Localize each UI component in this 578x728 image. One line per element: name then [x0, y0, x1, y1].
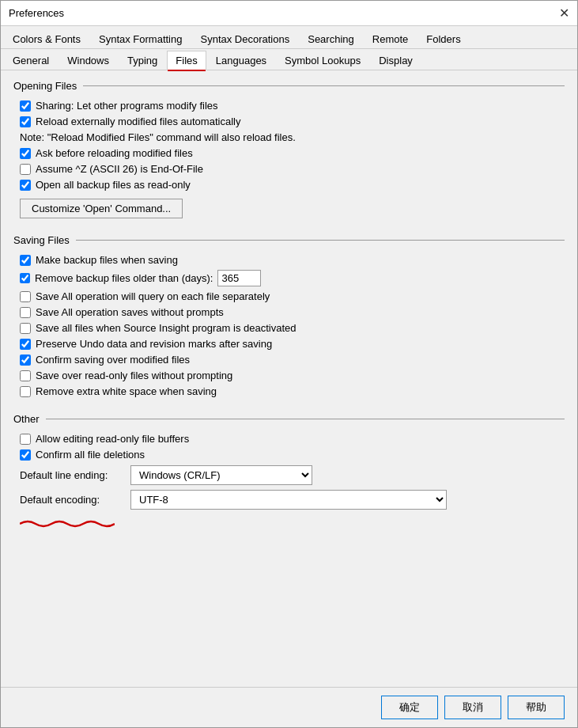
- tab-remote[interactable]: Remote: [364, 29, 417, 48]
- checkbox-saveall-noprompt-input[interactable]: [20, 307, 31, 318]
- checkbox-make-backup-label: Make backup files when saving: [36, 254, 178, 266]
- checkbox-remove-backup-label: Remove backup files older than (days):: [35, 272, 213, 284]
- days-input[interactable]: [217, 270, 261, 286]
- dialog-footer: 确定 取消 帮助: [1, 687, 577, 727]
- tab-row-2: General Windows Typing Files Languages S…: [1, 49, 577, 70]
- checkbox-reload-external-input[interactable]: [20, 116, 31, 127]
- checkbox-reload-external-label: Reload externally modified files automat…: [36, 116, 240, 127]
- checkbox-remove-backup-input[interactable]: [20, 273, 30, 283]
- checkbox-remove-whitespace: Remove extra white space when saving: [20, 385, 565, 397]
- section-divider-other: [46, 419, 565, 419]
- line-ending-label: Default line ending:: [20, 469, 123, 481]
- tab-general[interactable]: General: [4, 51, 58, 70]
- checkbox-save-readonly-input[interactable]: [20, 370, 31, 381]
- cancel-button[interactable]: 取消: [444, 696, 501, 719]
- checkbox-saveall-query-label: Save All operation will query on each fi…: [36, 290, 270, 302]
- customize-open-button-row: Customize 'Open' Command...: [20, 199, 565, 218]
- tab-folders[interactable]: Folders: [417, 29, 469, 48]
- checkbox-save-readonly: Save over read-only files without prompt…: [20, 370, 565, 381]
- checkbox-ask-reload-label: Ask before reloading modified files: [36, 147, 193, 159]
- squiggle-svg: [20, 518, 115, 530]
- checkbox-ask-reload-input[interactable]: [20, 148, 31, 159]
- section-saving-files: Saving Files Make backup files when savi…: [13, 234, 565, 397]
- checkbox-backup-readonly: Open all backup files as read-only: [20, 179, 565, 191]
- customize-open-button[interactable]: Customize 'Open' Command...: [20, 199, 183, 218]
- checkbox-save-deactivated-label: Save all files when Source Insight progr…: [36, 322, 297, 334]
- section-title-other: Other: [13, 413, 40, 425]
- checkbox-make-backup: Make backup files when saving: [20, 254, 565, 266]
- title-bar: Preferences ✕: [1, 1, 577, 26]
- checkbox-preserve-undo: Preserve Undo data and revision marks af…: [20, 338, 565, 350]
- section-divider-opening: [83, 85, 565, 86]
- checkbox-saveall-noprompt: Save All operation saves without prompts: [20, 306, 565, 318]
- checkbox-preserve-undo-label: Preserve Undo data and revision marks af…: [36, 338, 272, 350]
- help-button[interactable]: 帮助: [508, 696, 565, 719]
- checkbox-allow-editing-label: Allow editing read-only file buffers: [36, 433, 189, 445]
- checkbox-confirm-modified-input[interactable]: [20, 355, 31, 366]
- section-title-saving: Saving Files: [13, 234, 70, 246]
- checkbox-confirm-modified: Confirm saving over modified files: [20, 354, 565, 366]
- checkbox-sharing: Sharing: Let other programs modify files: [20, 100, 565, 112]
- tab-languages[interactable]: Languages: [207, 51, 275, 70]
- section-divider-saving: [76, 240, 565, 241]
- section-title-opening: Opening Files: [13, 80, 77, 92]
- checkbox-reload-external: Reload externally modified files automat…: [20, 116, 565, 127]
- preferences-window: Preferences ✕ Colors & Fonts Syntax Form…: [0, 0, 578, 728]
- tab-typing[interactable]: Typing: [119, 51, 166, 70]
- checkbox-remove-whitespace-input[interactable]: [20, 386, 31, 397]
- section-header-other: Other: [13, 413, 565, 425]
- checkbox-make-backup-input[interactable]: [20, 255, 31, 266]
- ok-button[interactable]: 确定: [381, 696, 438, 719]
- close-button[interactable]: ✕: [559, 7, 569, 20]
- window-title: Preferences: [9, 7, 64, 19]
- field-encoding: Default encoding: UTF-8 UTF-16 ANSI: [20, 490, 565, 510]
- field-line-ending: Default line ending: Windows (CR/LF) Uni…: [20, 465, 565, 485]
- checkbox-remove-backup: Remove backup files older than (days):: [20, 270, 565, 286]
- checkbox-confirm-deletions-label: Confirm all file deletions: [36, 449, 145, 461]
- checkbox-confirm-deletions-input[interactable]: [20, 449, 31, 461]
- checkbox-allow-editing-input[interactable]: [20, 434, 31, 445]
- checkbox-save-readonly-label: Save over read-only files without prompt…: [36, 370, 232, 381]
- tab-symbol-lookups[interactable]: Symbol Lookups: [276, 51, 369, 70]
- checkbox-save-deactivated: Save all files when Source Insight progr…: [20, 322, 565, 334]
- checkbox-allow-editing: Allow editing read-only file buffers: [20, 433, 565, 445]
- squiggle-decoration: [20, 518, 565, 533]
- section-opening-files: Opening Files Sharing: Let other program…: [13, 80, 565, 218]
- main-content: Opening Files Sharing: Let other program…: [1, 70, 577, 687]
- checkbox-backup-readonly-input[interactable]: [20, 180, 31, 191]
- section-header-saving: Saving Files: [13, 234, 565, 246]
- checkbox-saveall-noprompt-label: Save All operation saves without prompts: [36, 306, 224, 318]
- tab-display[interactable]: Display: [370, 51, 421, 70]
- checkbox-saveall-query-input[interactable]: [20, 291, 31, 302]
- checkbox-save-deactivated-input[interactable]: [20, 323, 31, 334]
- encoding-label: Default encoding:: [20, 494, 123, 506]
- tab-syntax-decorations[interactable]: Syntax Decorations: [191, 29, 298, 48]
- tab-files[interactable]: Files: [167, 51, 206, 70]
- checkbox-confirm-deletions: Confirm all file deletions: [20, 449, 565, 461]
- checkbox-sharing-label: Sharing: Let other programs modify files: [36, 100, 218, 112]
- line-ending-select[interactable]: Windows (CR/LF) Unix (LF) Mac (CR): [130, 465, 312, 485]
- checkbox-saveall-query: Save All operation will query on each fi…: [20, 290, 565, 302]
- checkbox-assume-ctrz: Assume ^Z (ASCII 26) is End-Of-File: [20, 163, 565, 175]
- tab-windows[interactable]: Windows: [59, 51, 118, 70]
- encoding-select[interactable]: UTF-8 UTF-16 ANSI: [130, 490, 447, 510]
- reload-note: Note: "Reload Modified Files" command wi…: [20, 131, 565, 143]
- tab-syntax-formatting[interactable]: Syntax Formatting: [90, 29, 191, 48]
- section-header-opening: Opening Files: [13, 80, 565, 92]
- checkbox-preserve-undo-input[interactable]: [20, 339, 31, 350]
- checkbox-assume-ctrz-label: Assume ^Z (ASCII 26) is End-Of-File: [36, 163, 203, 175]
- section-other: Other Allow editing read-only file buffe…: [13, 413, 565, 533]
- checkbox-assume-ctrz-input[interactable]: [20, 164, 31, 175]
- tab-searching[interactable]: Searching: [299, 29, 363, 48]
- checkbox-sharing-input[interactable]: [20, 100, 31, 112]
- checkbox-backup-readonly-label: Open all backup files as read-only: [36, 179, 191, 191]
- checkbox-confirm-modified-label: Confirm saving over modified files: [36, 354, 190, 366]
- checkbox-remove-whitespace-label: Remove extra white space when saving: [36, 385, 217, 397]
- checkbox-ask-reload: Ask before reloading modified files: [20, 147, 565, 159]
- tab-row-1: Colors & Fonts Syntax Formatting Syntax …: [1, 26, 577, 49]
- tab-colors-fonts[interactable]: Colors & Fonts: [4, 29, 89, 48]
